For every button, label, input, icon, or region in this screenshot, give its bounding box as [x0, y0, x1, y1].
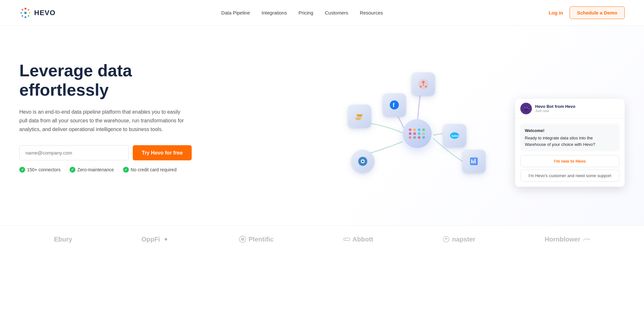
logo-abbott: Abbott — [343, 235, 373, 243]
nav-resources[interactable]: Resources — [360, 10, 383, 15]
node-adobe — [351, 150, 374, 173]
svg-rect-24 — [471, 159, 472, 163]
chat-message-text: Ready to integrate data silos into the W… — [525, 136, 595, 147]
hornblower-icon — [582, 235, 590, 243]
svg-point-4 — [24, 16, 26, 18]
chat-options: I'm new to Hevo I'm Hevo's customer and … — [520, 155, 620, 182]
hero-form: Try Hevo for free — [19, 145, 206, 160]
chat-header: Hevo Bot from Hevo Just now — [515, 99, 625, 118]
hubspot-icon — [418, 78, 429, 90]
svg-point-12 — [420, 86, 422, 88]
badge-zero-maintenance: Zero-maintenance — [70, 167, 114, 173]
hero-section: Leverage data effortlessly Hevo is an en… — [0, 26, 644, 225]
chat-bot-name: Hevo Bot from Hevo — [535, 104, 575, 109]
svg-point-5 — [22, 15, 23, 17]
chat-widget: Hevo Bot from Hevo Just now Welcome! Rea… — [515, 99, 625, 187]
abbott-icon — [343, 235, 351, 243]
svg-rect-38 — [344, 238, 350, 241]
hero-description: Hevo is an end-to-end data pipeline plat… — [19, 108, 187, 134]
svg-point-34 — [528, 108, 529, 109]
check-icon-connectors — [19, 167, 25, 173]
node-salesforce: Sales — [443, 124, 466, 147]
navbar: HEVO Data Pipeline Integrations Pricing … — [0, 0, 644, 26]
svg-point-6 — [20, 12, 22, 14]
logo[interactable]: HEVO — [19, 7, 55, 19]
chat-option-new[interactable]: I'm new to Hevo — [520, 155, 620, 167]
svg-point-30 — [524, 107, 525, 107]
chat-info: Hevo Bot from Hevo Just now — [535, 104, 575, 113]
plentific-icon — [239, 235, 246, 243]
svg-text:Sales: Sales — [451, 134, 459, 137]
hub-center — [403, 119, 432, 148]
hero-left: Leverage data effortlessly Hevo is an en… — [19, 52, 206, 173]
nav-pricing[interactable]: Pricing — [298, 10, 313, 15]
nav-integrations[interactable]: Integrations — [262, 10, 287, 15]
svg-point-7 — [22, 9, 23, 11]
logo-plentific: Plentific — [239, 235, 274, 243]
svg-point-13 — [425, 86, 427, 88]
svg-point-41 — [445, 238, 447, 240]
chat-greeting: Welcome! — [525, 128, 615, 134]
hero-illustration: f Sales — [206, 52, 625, 206]
hub-dots — [409, 128, 426, 139]
node-facebook: f — [383, 93, 406, 117]
svg-point-20 — [362, 160, 364, 162]
logo-icon — [19, 7, 32, 19]
svg-point-3 — [28, 15, 29, 17]
svg-point-35 — [165, 238, 167, 241]
svg-marker-14 — [356, 114, 363, 117]
nav-customers[interactable]: Customers — [325, 10, 348, 15]
email-input[interactable] — [19, 145, 129, 160]
nav-links: Data Pipeline Integrations Pricing Custo… — [221, 10, 383, 15]
segment-icon — [354, 110, 365, 122]
login-button[interactable]: Log in — [549, 10, 563, 15]
check-icon-zero-maintenance — [70, 167, 75, 173]
logo-text: HEVO — [34, 9, 55, 17]
node-bigquery — [462, 150, 485, 173]
napster-icon — [442, 235, 450, 243]
adobe-icon — [357, 156, 369, 167]
badge-zero-maintenance-label: Zero-maintenance — [77, 167, 114, 172]
svg-marker-15 — [355, 118, 361, 120]
badge-no-credit-card-label: No credit card required — [131, 167, 177, 172]
svg-rect-25 — [473, 161, 474, 163]
try-hevo-button[interactable]: Try Hevo for free — [133, 145, 192, 160]
svg-rect-26 — [475, 159, 476, 163]
hero-badges: 150+ connectors Zero-maintenance No cred… — [19, 167, 206, 173]
svg-point-28 — [525, 107, 526, 108]
schedule-demo-button[interactable]: Schedule a Demo — [570, 6, 625, 19]
badge-connectors-label: 150+ connectors — [27, 167, 61, 172]
chat-message: Welcome! Ready to integrate data silos i… — [520, 124, 620, 152]
svg-point-1 — [28, 9, 29, 11]
nav-actions: Log in Schedule a Demo — [549, 6, 625, 19]
bigquery-icon — [468, 156, 480, 167]
svg-point-10 — [422, 81, 425, 83]
badge-no-credit-card: No credit card required — [123, 167, 177, 173]
chat-body: Welcome! Ready to integrate data silos i… — [515, 118, 625, 187]
facebook-icon: f — [389, 99, 400, 111]
logo-ebury: Ebury — [54, 236, 72, 243]
svg-point-37 — [241, 238, 244, 241]
bot-avatar-icon — [523, 105, 530, 112]
nav-data-pipeline[interactable]: Data Pipeline — [221, 10, 250, 15]
logo-hornblower: Hornblower — [544, 235, 590, 243]
svg-point-31 — [527, 107, 528, 107]
hero-title: Leverage data effortlessly — [19, 61, 206, 100]
chat-option-support[interactable]: I'm Hevo's customer and need some suppor… — [520, 170, 620, 182]
node-hubspot — [412, 72, 435, 96]
svg-point-32 — [526, 106, 526, 107]
badge-connectors: 150+ connectors — [19, 167, 61, 173]
oppfi-mark-icon — [162, 235, 170, 243]
check-icon-no-credit-card — [123, 167, 129, 173]
logos-bar: Ebury OppFi Plentific Abbott napster Hor… — [0, 225, 644, 253]
svg-text:f: f — [393, 102, 395, 108]
pipeline-canvas: f Sales — [322, 55, 509, 203]
logo-oppfi: OppFi — [141, 235, 170, 243]
logo-napster: napster — [442, 235, 475, 243]
svg-point-29 — [527, 107, 528, 108]
svg-point-33 — [523, 108, 524, 109]
chat-bot-time: Just now — [535, 109, 575, 113]
chat-avatar — [520, 103, 532, 114]
svg-point-0 — [24, 7, 26, 9]
svg-point-8 — [24, 12, 27, 14]
